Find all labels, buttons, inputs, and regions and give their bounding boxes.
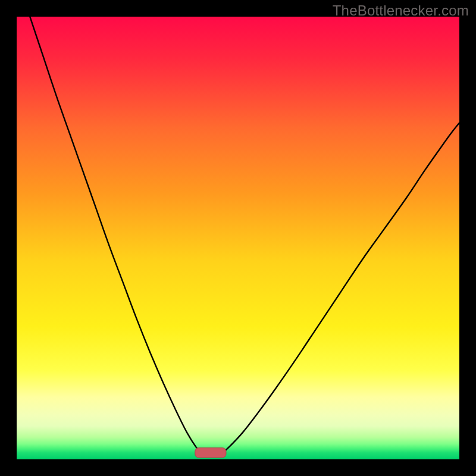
gradient-background <box>17 17 459 459</box>
optimal-range-marker <box>195 448 226 458</box>
chart-frame <box>17 17 459 459</box>
chart-svg <box>17 17 459 459</box>
watermark-text: TheBottlenecker.com <box>333 2 469 19</box>
